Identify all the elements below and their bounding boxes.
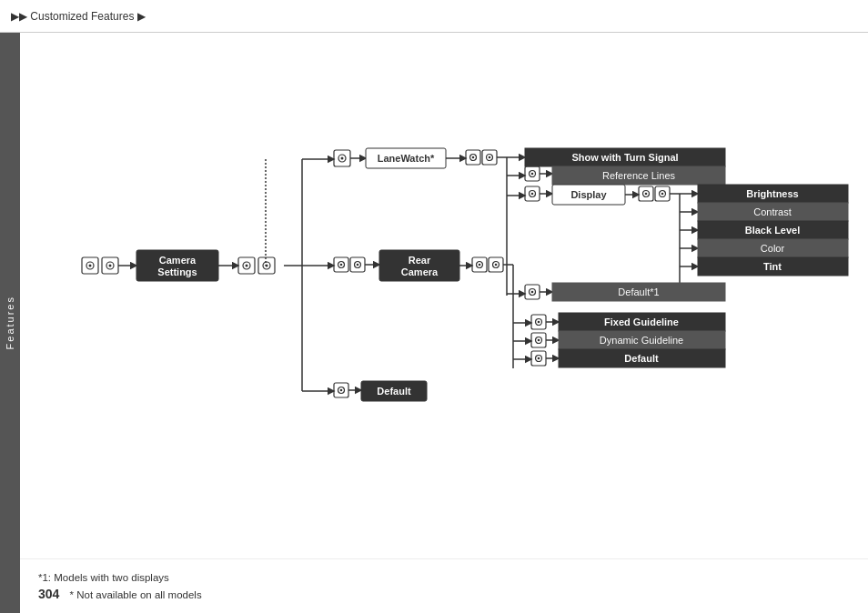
svg-point-128 — [340, 389, 343, 392]
svg-text:Brightness: Brightness — [746, 188, 798, 199]
page-note: 304 * Not available on all models — [38, 587, 868, 601]
side-tab-label: Features — [5, 296, 15, 349]
svg-point-32 — [489, 156, 491, 159]
svg-text:Tint: Tint — [763, 261, 782, 272]
diagram-svg: Camera Settings LaneWatch* — [20, 33, 868, 558]
svg-point-48 — [531, 193, 534, 196]
diagram-area: Camera Settings LaneWatch* — [20, 33, 868, 558]
svg-text:Reference Lines: Reference Lines — [602, 170, 676, 181]
svg-text:Dynamic Guideline: Dynamic Guideline — [600, 335, 683, 346]
svg-point-89 — [357, 264, 359, 266]
svg-text:Contrast: Contrast — [753, 206, 792, 217]
svg-point-86 — [340, 264, 343, 266]
svg-text:Camera: Camera — [159, 255, 197, 266]
svg-point-55 — [645, 193, 648, 196]
svg-point-100 — [495, 264, 498, 266]
svg-text:Fixed Guideline: Fixed Guideline — [604, 317, 679, 327]
svg-point-121 — [538, 357, 540, 360]
svg-point-22 — [341, 157, 344, 160]
svg-point-97 — [479, 264, 481, 266]
svg-text:Black Level: Black Level — [745, 225, 801, 236]
svg-point-107 — [538, 321, 540, 324]
svg-text:Settings: Settings — [157, 266, 197, 277]
svg-text:Default: Default — [377, 386, 411, 397]
svg-text:Camera: Camera — [401, 266, 439, 277]
page-note-text: * Not available on all models — [70, 589, 202, 600]
svg-text:Show with Turn Signal: Show with Turn Signal — [571, 152, 678, 163]
svg-text:LaneWatch*: LaneWatch* — [378, 153, 435, 164]
svg-point-114 — [538, 339, 540, 342]
svg-point-29 — [472, 156, 475, 159]
svg-text:Display: Display — [570, 189, 607, 200]
svg-point-41 — [531, 173, 534, 176]
footer: *1: Models with two displays 304 * Not a… — [20, 558, 868, 613]
svg-text:Rear: Rear — [409, 255, 431, 266]
svg-point-58 — [661, 193, 664, 196]
svg-text:Default: Default — [624, 353, 659, 364]
svg-text:Default*1: Default*1 — [618, 286, 659, 297]
svg-point-79 — [531, 291, 534, 294]
breadcrumb-text: ▶▶ Customized Features ▶ — [11, 10, 146, 23]
footnote-1: *1: Models with two displays — [38, 572, 868, 583]
svg-point-2 — [89, 265, 92, 267]
svg-point-5 — [109, 265, 112, 267]
svg-point-13 — [246, 265, 248, 267]
page-number: 304 — [38, 587, 59, 601]
svg-text:Color: Color — [761, 243, 785, 254]
side-tab: Features — [0, 33, 20, 613]
breadcrumb: ▶▶ Customized Features ▶ — [0, 0, 868, 33]
